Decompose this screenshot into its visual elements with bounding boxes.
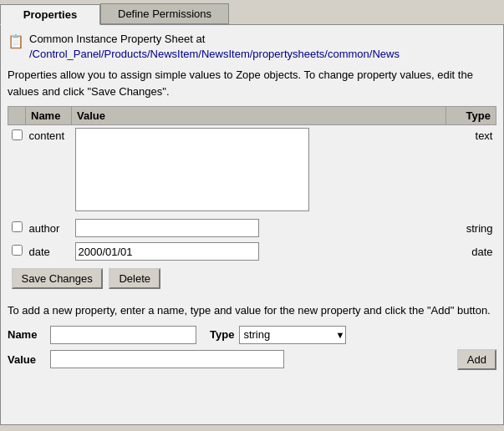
col-header-type: Type	[446, 107, 496, 125]
add-value-label: Value	[8, 353, 45, 366]
add-name-label: Name	[8, 328, 45, 341]
add-value-row: Value Add	[8, 349, 496, 370]
content-label: content	[26, 125, 72, 217]
date-label: date	[26, 240, 72, 263]
add-name-row: Name Type string int float long date lin…	[8, 326, 496, 344]
main-content: 📋 Common Instance Property Sheet at /Con…	[0, 24, 504, 425]
col-header-value: Value	[72, 107, 446, 125]
date-type: date	[446, 240, 496, 263]
date-checkbox[interactable]	[12, 245, 23, 256]
property-sheet-icon: 📋	[8, 33, 24, 49]
add-type-label: Type	[210, 328, 234, 341]
properties-table: Name Value Type content text author	[8, 106, 496, 294]
add-value-input[interactable]	[50, 350, 284, 368]
content-type: text	[446, 125, 496, 217]
tab-properties[interactable]: Properties	[0, 4, 100, 25]
save-changes-button[interactable]: Save Changes	[12, 268, 103, 289]
add-name-input[interactable]	[50, 326, 196, 344]
breadcrumb-prefix: Common Instance Property Sheet at	[29, 33, 205, 45]
author-label: author	[26, 216, 72, 240]
table-row: date date	[8, 240, 496, 263]
author-checkbox[interactable]	[12, 221, 23, 232]
add-button[interactable]: Add	[457, 349, 496, 370]
author-type: string	[446, 216, 496, 240]
table-row: author string	[8, 216, 496, 240]
description-text: Properties allow you to assign simple va…	[8, 67, 496, 99]
type-select[interactable]: string int float long date lines text se…	[239, 326, 346, 344]
add-section-description: To add a new property, enter a name, typ…	[8, 302, 496, 319]
delete-button[interactable]: Delete	[109, 268, 160, 289]
date-input[interactable]	[75, 242, 259, 261]
col-header-name: Name	[26, 107, 72, 125]
author-input[interactable]	[75, 219, 259, 237]
breadcrumb-area: 📋 Common Instance Property Sheet at /Con…	[8, 32, 496, 62]
breadcrumb: Common Instance Property Sheet at /Contr…	[29, 32, 400, 62]
breadcrumb-path[interactable]: /Control_Panel/Products/NewsItem/NewsIte…	[29, 48, 400, 60]
breadcrumb-link-text[interactable]: News	[372, 48, 400, 60]
action-buttons-row: Save Changes Delete	[8, 263, 496, 294]
tab-define-permissions[interactable]: Define Permissions	[100, 3, 229, 24]
table-row: content text	[8, 125, 496, 217]
content-checkbox[interactable]	[12, 129, 23, 140]
content-input[interactable]	[75, 128, 309, 211]
type-select-wrapper: string int float long date lines text se…	[239, 326, 346, 344]
